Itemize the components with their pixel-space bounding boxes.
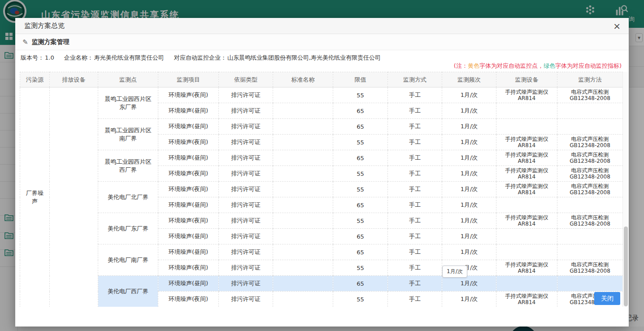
mode-cell: 手工 <box>388 276 442 292</box>
table-row[interactable]: 晨鸣工业园西片区南厂界环境噪声(昼间)排污许可证65手工1月/次 <box>20 119 623 135</box>
monitoring-point-cell: 晨鸣工业园西片区西厂界 <box>98 150 158 182</box>
modal-titlebar: 监测方案总览 × <box>15 18 629 34</box>
method-cell: 电容式声压检测 GB12348-2008 <box>557 150 623 166</box>
table-row[interactable]: 厂界噪声晨鸣工业园西片区东厂界环境噪声(夜间)排污许可证55手工1月/次手持式噪… <box>20 87 623 103</box>
limit-cell: 55 <box>333 87 388 103</box>
note-prefix: (注： <box>454 62 468 69</box>
limit-cell: 55 <box>333 260 388 276</box>
monitoring-point-cell: 美伦电厂东厂界 <box>98 213 158 244</box>
plan-info: 版本号：1.0 企业名称：寿光美伦纸业有限责任公司 对应自动监控企业：山东晨鸣纸… <box>21 54 382 62</box>
basis-cell: 排污许可证 <box>219 197 273 213</box>
mode-cell: 手工 <box>388 292 442 307</box>
frequency-cell: 1月/次 <box>442 150 496 166</box>
monitoring-point-cell: 美伦电厂南厂界 <box>98 244 158 276</box>
table-row[interactable]: 美伦电厂东厂界环境噪声(夜间)排污许可证55手工1月/次手持式噪声监测仪 AR8… <box>20 213 623 229</box>
note-green-desc: 字体为对应自动监控指标) <box>555 62 622 69</box>
column-header: 监测项目 <box>158 72 219 87</box>
auto-company-label: 对应自动监控企业： <box>174 54 226 61</box>
standard-cell <box>273 103 333 119</box>
basis-cell: 排污许可证 <box>219 244 273 260</box>
method-cell <box>557 244 623 260</box>
column-header: 监测频次 <box>442 72 496 87</box>
limit-cell: 55 <box>333 135 388 150</box>
basis-cell: 排污许可证 <box>219 135 273 150</box>
limit-cell: 55 <box>333 166 388 182</box>
table-row[interactable]: 美伦电厂南厂界环境噪声(昼间)排污许可证65手工1月/次 <box>20 244 623 260</box>
basis-cell: 排污许可证 <box>219 260 273 276</box>
auto-company-value: 山东晨鸣纸业集团股份有限公司,寿光美伦纸业有限责任公司 <box>227 54 381 61</box>
basis-cell: 排污许可证 <box>219 229 273 244</box>
column-header: 依据类型 <box>219 72 273 87</box>
table-row[interactable]: 美伦电厂西厂界环境噪声(昼间)排污许可证65手工1月/次 <box>20 276 623 292</box>
pollution-source-cell: 厂界噪声 <box>20 87 50 307</box>
column-header: 监测点 <box>98 72 158 87</box>
table-row[interactable]: 美伦电厂北厂界环境噪声(夜间)排污许可证55手工1月/次手持式噪声监测仪 AR8… <box>20 182 623 197</box>
mode-cell: 手工 <box>388 119 442 135</box>
limit-cell: 55 <box>333 213 388 229</box>
table-scrollbar[interactable] <box>622 72 628 307</box>
note-yellow-desc: 字体为对应自动监控点， <box>479 62 544 69</box>
method-cell <box>557 276 623 292</box>
device-cell: 手持式噪声监测仪 AR814 <box>496 260 557 276</box>
standard-cell <box>273 197 333 213</box>
method-cell <box>557 119 623 135</box>
mode-cell: 手工 <box>388 103 442 119</box>
frequency-cell: 1月/次 <box>442 119 496 135</box>
item-cell: 环境噪声(夜间) <box>158 213 219 229</box>
mode-cell: 手工 <box>388 213 442 229</box>
frequency-cell: 1月/次 <box>442 244 496 260</box>
column-header: 标准名称 <box>273 72 333 87</box>
item-cell: 环境噪声(夜间) <box>158 260 219 276</box>
standard-cell <box>273 244 333 260</box>
mode-cell: 手工 <box>388 182 442 197</box>
frequency-cell: 1月/次 <box>442 213 496 229</box>
method-cell: 电容式声压检测 GB12348-2008 <box>557 166 623 182</box>
method-cell: 电容式声压检测 GB12348-2008 <box>557 135 623 150</box>
item-cell: 环境噪声(昼间) <box>158 150 219 166</box>
screen: 山东省污染源监测信息共享系统 <box>0 0 644 331</box>
basis-cell: 排污许可证 <box>219 103 273 119</box>
item-cell: 环境噪声(夜间) <box>158 166 219 182</box>
method-cell: 电容式声压检测 GB12348-2008 <box>557 182 623 197</box>
company-value: 寿光美伦纸业有限责任公司 <box>94 54 164 61</box>
basis-cell: 排污许可证 <box>219 166 273 182</box>
item-cell: 环境噪声(夜间) <box>158 292 219 307</box>
frequency-cell: 1月/次 <box>442 276 496 292</box>
basis-cell: 排污许可证 <box>219 150 273 166</box>
frequency-cell: 1月/次 <box>442 135 496 150</box>
device-cell <box>496 276 557 292</box>
standard-cell <box>273 119 333 135</box>
item-cell: 环境噪声(昼间) <box>158 229 219 244</box>
item-cell: 环境噪声(昼间) <box>158 276 219 292</box>
mode-cell: 手工 <box>388 260 442 276</box>
monitoring-point-cell: 美伦电厂北厂界 <box>98 182 158 213</box>
monitoring-point-cell: 晨鸣工业园西片区南厂界 <box>98 119 158 150</box>
device-cell: 手持式噪声监测仪 AR814 <box>496 213 557 229</box>
version-value: 1.0 <box>45 54 54 61</box>
table-row[interactable]: 晨鸣工业园西片区西厂界环境噪声(昼间)排污许可证65手工1月/次手持式噪声监测仪… <box>20 150 623 166</box>
method-cell <box>557 197 623 213</box>
close-button[interactable]: 关闭 <box>594 292 620 305</box>
limit-cell: 55 <box>333 292 388 307</box>
limit-cell: 65 <box>333 276 388 292</box>
color-note: (注：黄色字体为对应自动监控点，绿色字体为对应自动监控指标) <box>454 62 622 70</box>
item-cell: 环境噪声(昼间) <box>158 119 219 135</box>
frequency-cell: 1月/次 <box>442 103 496 119</box>
device-cell: 手持式噪声监测仪 AR814 <box>496 182 557 197</box>
close-icon[interactable]: × <box>613 21 621 31</box>
column-header: 污染源 <box>20 72 50 87</box>
item-cell: 环境噪声(昼间) <box>158 197 219 213</box>
standard-cell <box>273 150 333 166</box>
scrollbar-thumb[interactable] <box>624 226 628 306</box>
mode-cell: 手工 <box>388 87 442 103</box>
standard-cell <box>273 213 333 229</box>
device-cell <box>496 244 557 260</box>
standard-cell <box>273 260 333 276</box>
device-cell <box>496 119 557 135</box>
basis-cell: 排污许可证 <box>219 213 273 229</box>
basis-cell: 排污许可证 <box>219 182 273 197</box>
frequency-cell: 1月/次 <box>442 87 496 103</box>
method-cell <box>557 229 623 244</box>
mode-cell: 手工 <box>388 197 442 213</box>
version-label: 版本号： <box>21 54 44 61</box>
